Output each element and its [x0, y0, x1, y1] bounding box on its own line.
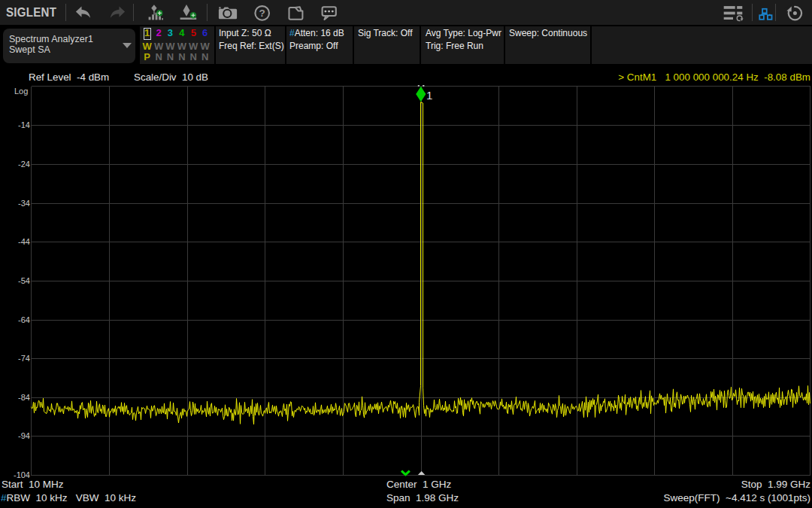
svg-text:-14: -14	[18, 120, 30, 129]
svg-text:-44: -44	[18, 237, 30, 246]
svg-text:-34: -34	[18, 199, 30, 208]
svg-text:-64: -64	[18, 315, 30, 324]
svg-text:-54: -54	[18, 276, 30, 285]
svg-text:-24: -24	[18, 160, 30, 169]
svg-text:-84: -84	[18, 393, 30, 402]
svg-text:Log: Log	[14, 87, 28, 96]
svg-text:-74: -74	[18, 354, 30, 363]
svg-text:-94: -94	[18, 431, 30, 440]
svg-text:1: 1	[426, 89, 432, 102]
